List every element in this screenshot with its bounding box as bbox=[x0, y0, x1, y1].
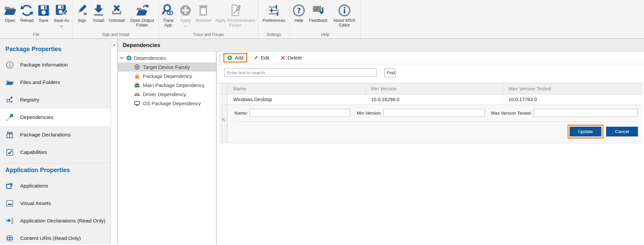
min-version-field[interactable] bbox=[383, 109, 485, 117]
trace-app-magnifier-icon bbox=[161, 3, 175, 18]
chevron-down-icon bbox=[60, 23, 63, 29]
install-button[interactable]: Install bbox=[90, 2, 107, 24]
tree-item-package-dependency[interactable]: Package Dependency bbox=[118, 72, 216, 81]
open-output-folder-button[interactable]: Open Output Folder bbox=[126, 2, 158, 28]
ribbon-group-label-sign-install: Sign and Install bbox=[73, 31, 159, 38]
ribbon-group-label-settings: Settings bbox=[258, 31, 289, 38]
car-icon bbox=[134, 91, 140, 97]
min-version-field-label: Min Version: bbox=[357, 111, 382, 116]
help-button-label: Help bbox=[294, 18, 303, 23]
toolbox-icon bbox=[134, 82, 140, 88]
help-button[interactable]: ? Help bbox=[290, 2, 307, 24]
gift-box-icon bbox=[5, 130, 14, 139]
add-button[interactable]: Add bbox=[225, 54, 246, 61]
sidebar-item-label: Visual Assets bbox=[20, 200, 51, 206]
save-as-button-label: Save As bbox=[54, 18, 69, 23]
max-version-field-label: Max Version Tested: bbox=[491, 111, 532, 116]
apply-recommended-fixups-button-label: Apply Recommended Fixups bbox=[215, 18, 256, 28]
sidebar-item-visual-assets[interactable]: Visual Assets bbox=[0, 195, 111, 212]
open-button-label: Open bbox=[5, 18, 15, 23]
sidebar-item-label: Package Information bbox=[20, 62, 68, 68]
max-version-field[interactable] bbox=[533, 109, 638, 117]
row-indicator-cell bbox=[219, 94, 228, 105]
sidebar-item-content-uris[interactable]: Content URIs (Read Only) bbox=[0, 230, 111, 245]
app-windows-icon bbox=[5, 181, 14, 190]
remove-button[interactable]: Remove bbox=[194, 2, 213, 24]
ribbon-group-label-help: Help bbox=[290, 31, 361, 38]
ribbon-group-help: ? Help Feedback About MSIX Editor Help bbox=[290, 0, 361, 38]
sidebar-item-label: Files and Folders bbox=[20, 79, 60, 85]
sidebar-item-application-declarations[interactable]: Application Declarations (Read Only) bbox=[0, 212, 111, 230]
reload-button[interactable]: Reload bbox=[18, 2, 35, 24]
shopping-bag-icon bbox=[134, 73, 140, 79]
ribbon-group-trace-fixups: Trace App Apply Remove Apply Recommended… bbox=[159, 0, 258, 38]
gear-icon bbox=[126, 55, 132, 61]
apply-plus-icon bbox=[179, 3, 192, 18]
table-row[interactable]: Windows.Desktop 10.0.16299.0 10.0.17763.… bbox=[219, 94, 643, 105]
ribbon: Open Reload Save Save As File bbox=[0, 0, 644, 39]
sidebar-item-label: Applications bbox=[20, 183, 48, 189]
sidebar-item-dependencies[interactable]: Dependencies bbox=[0, 109, 111, 126]
name-field[interactable] bbox=[250, 109, 350, 117]
save-button-label: Save bbox=[39, 18, 49, 23]
svg-text:?: ? bbox=[297, 7, 301, 15]
open-output-folder-button-label: Open Output Folder bbox=[128, 18, 156, 28]
tree-root-dependencies[interactable]: Dependencies bbox=[118, 53, 216, 63]
about-msix-editor-button-label: About MSIX Editor bbox=[331, 18, 358, 28]
about-msix-editor-button[interactable]: About MSIX Editor bbox=[329, 2, 360, 28]
registry-blocks-icon bbox=[5, 95, 14, 104]
tree-item-driver-dependency[interactable]: Driver Dependency bbox=[118, 90, 216, 99]
sidebar-item-package-declarations[interactable]: Package Declarations bbox=[0, 126, 111, 144]
tree-item-main-package-dependency[interactable]: Main Package Dependency bbox=[118, 81, 216, 90]
uninstall-icon bbox=[110, 3, 123, 18]
chevron-down-icon[interactable] bbox=[120, 56, 124, 59]
dependencies-table: Name Min Version Max Version Tested Wind… bbox=[219, 83, 643, 143]
image-icon bbox=[5, 199, 14, 208]
feedback-bubble-icon bbox=[312, 3, 325, 18]
column-header-name[interactable]: Name bbox=[228, 83, 366, 94]
sidebar-item-applications[interactable]: Applications bbox=[0, 177, 111, 195]
add-plus-icon bbox=[227, 55, 232, 60]
update-button[interactable]: Update bbox=[570, 127, 601, 136]
open-output-folder-icon bbox=[136, 3, 149, 18]
column-header-max-version-tested[interactable]: Max Version Tested bbox=[503, 83, 643, 94]
sidebar-item-package-information[interactable]: Package Information bbox=[0, 56, 111, 74]
tree-item-label: OS Package Dependency bbox=[143, 100, 201, 106]
cell-name: Windows.Desktop bbox=[228, 94, 366, 105]
uninstall-button[interactable]: Uninstall bbox=[107, 2, 126, 24]
tree-item-os-package-dependency[interactable]: OS Package Dependency bbox=[118, 99, 216, 108]
search-input[interactable] bbox=[224, 69, 377, 77]
chevron-down-icon bbox=[184, 23, 187, 29]
scrollbar-up-arrow[interactable] bbox=[112, 42, 117, 47]
sidebar-scrollbar[interactable] bbox=[111, 39, 117, 244]
tree-item-target-device-family[interactable]: Target Device Family bbox=[118, 63, 216, 72]
sidebar-item-capabilities[interactable]: Capabilities bbox=[0, 144, 111, 161]
ribbon-group-sign-install: Sign Install Uninstall Open Output Folde… bbox=[73, 0, 159, 38]
sidebar-item-label: Content URIs (Read Only) bbox=[20, 235, 81, 241]
apply-recommended-fixups-button[interactable]: Apply Recommended Fixups bbox=[213, 2, 258, 28]
cancel-button[interactable]: Cancel bbox=[606, 127, 638, 136]
feedback-button[interactable]: Feedback bbox=[307, 2, 329, 24]
preferences-button-label: Preferences bbox=[263, 18, 285, 23]
trace-app-button[interactable]: Trace App bbox=[159, 2, 177, 28]
find-button[interactable]: Find bbox=[384, 69, 396, 77]
delete-button[interactable]: Delete bbox=[277, 54, 305, 62]
sidebar: Package Properties Package Information F… bbox=[0, 39, 111, 244]
save-button[interactable]: Save bbox=[35, 2, 52, 24]
column-header-min-version[interactable]: Min Version bbox=[366, 83, 503, 94]
save-as-button[interactable]: Save As bbox=[52, 2, 71, 30]
delete-x-icon bbox=[280, 55, 285, 60]
sidebar-heading-application-properties: Application Properties bbox=[0, 164, 111, 177]
sidebar-item-registry[interactable]: Registry bbox=[0, 91, 111, 109]
edit-row-indicator: ✎ bbox=[219, 105, 228, 143]
delete-button-label: Delete bbox=[288, 55, 302, 60]
preferences-button[interactable]: Preferences bbox=[261, 2, 287, 24]
drag-handle-dots-icon[interactable] bbox=[219, 54, 220, 62]
sign-button[interactable]: Sign bbox=[73, 2, 90, 24]
edit-button[interactable]: Edit bbox=[251, 54, 272, 62]
open-button[interactable]: Open bbox=[2, 2, 18, 24]
tree-root-label: Dependencies bbox=[134, 55, 166, 61]
info-circle-icon bbox=[5, 60, 14, 69]
sidebar-item-files-and-folders[interactable]: Files and Folders bbox=[0, 74, 111, 91]
apply-button[interactable]: Apply bbox=[177, 2, 194, 30]
